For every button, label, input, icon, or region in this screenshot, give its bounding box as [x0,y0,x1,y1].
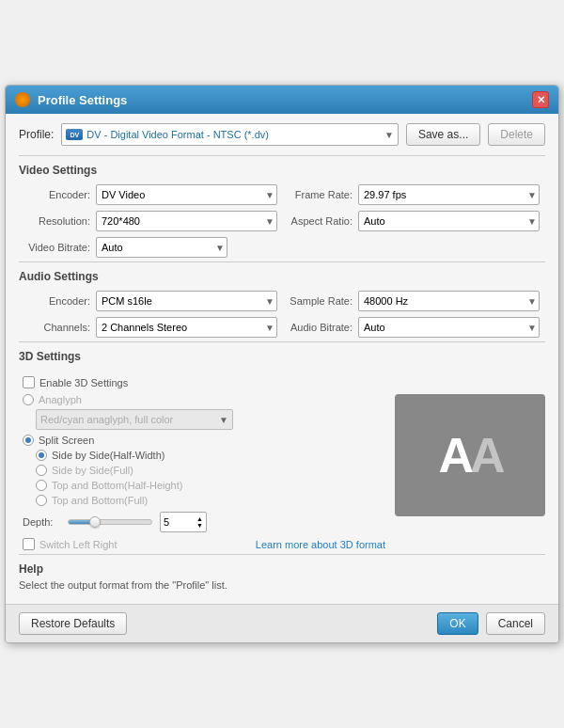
depth-slider-thumb[interactable] [89,516,101,528]
cancel-button[interactable]: Cancel [486,612,545,635]
anaglyph-label: Anaglyph [39,394,82,405]
audio-settings-section: Audio Settings Encoder: PCM s16le ▼ Samp… [19,261,545,341]
side-by-side-half-label: Side by Side(Half-Width) [52,450,164,461]
aspect-ratio-value: Auto [361,215,527,227]
anaglyph-radio[interactable] [23,394,34,405]
side-by-side-full-label: Side by Side(Full) [52,465,133,476]
video-settings-grid: Encoder: DV Video ▼ Frame Rate: 29.97 fp… [19,184,545,258]
depth-row: Depth: 5 ▲▼ [19,512,385,532]
close-button[interactable]: ✕ [532,91,549,108]
sample-rate-dropdown[interactable]: 48000 Hz ▼ [358,291,540,311]
top-bottom-half-radio[interactable] [36,480,47,491]
encoder-arrow: ▼ [265,190,274,200]
audio-bitrate-dropdown[interactable]: Auto ▼ [358,317,540,338]
top-bottom-full-radio[interactable] [36,495,47,506]
audio-bitrate-value: Auto [361,322,527,333]
bottom-right-buttons: OK Cancel [437,612,545,635]
switch-left-right-checkbox[interactable] [23,538,35,550]
audio-encoder-dropdown[interactable]: PCM s16le ▼ [96,291,277,311]
frame-rate-row: Frame Rate: 29.97 fps ▼ [287,184,540,205]
switch-left: Switch Left Right [23,538,118,550]
aspect-ratio-dropdown[interactable]: Auto ▼ [358,211,540,231]
encoder-label: Encoder: [24,189,90,200]
top-bottom-half-row: Top and Bottom(Half-Height) [19,480,385,491]
help-text: Select the output format from the "Profi… [19,579,545,591]
video-bitrate-value: Auto [99,242,215,253]
resolution-label: Resolution: [24,215,90,227]
profile-value: DV - Digital Video Format - NTSC (*.dv) [86,129,269,140]
preview-aa-text: AA [438,427,501,483]
video-settings-title: Video Settings [19,164,545,177]
video-bitrate-row: Video Bitrate: Auto ▼ [24,237,540,258]
enable-3d-row: Enable 3D Settings [19,376,545,388]
three-d-body: Anaglyph Red/cyan anaglyph, full color ▼… [19,394,545,550]
title-bar: Profile Settings ✕ [6,86,558,114]
channels-dropdown[interactable]: 2 Channels Stereo ▼ [96,317,277,338]
audio-encoder-value: PCM s16le [99,295,265,307]
profile-label: Profile: [19,128,54,141]
sample-rate-row: Sample Rate: 48000 Hz ▼ [287,291,540,311]
anaglyph-dropdown-arrow: ▼ [219,415,228,425]
frame-rate-value: 29.97 fps [361,189,527,200]
encoder-dropdown[interactable]: DV Video ▼ [96,184,277,205]
audio-bitrate-label: Audio Bitrate: [287,322,352,333]
depth-spinner-arrows: ▲▼ [196,515,203,529]
switch-left-right-label: Switch Left Right [39,539,118,550]
resolution-dropdown[interactable]: 720*480 ▼ [96,211,277,231]
frame-rate-arrow: ▼ [527,190,537,200]
top-bottom-full-row: Top and Bottom(Full) [19,495,385,506]
three-d-controls: Anaglyph Red/cyan anaglyph, full color ▼… [19,394,385,550]
split-screen-label: Split Screen [39,435,94,446]
depth-label: Depth: [23,516,60,528]
enable-3d-checkbox[interactable] [23,376,35,388]
aspect-ratio-label: Aspect Ratio: [287,215,352,227]
help-title: Help [19,562,545,576]
audio-settings-title: Audio Settings [19,270,545,283]
resolution-value: 720*480 [99,215,265,227]
video-settings-section: Video Settings Encoder: DV Video ▼ Frame… [19,155,545,261]
depth-slider[interactable] [68,519,152,525]
depth-value-input[interactable]: 5 ▲▼ [160,512,207,532]
side-by-side-half-row: Side by Side(Half-Width) [19,450,385,461]
ok-button[interactable]: OK [437,612,478,635]
app-icon [15,92,30,107]
save-as-button[interactable]: Save as... [406,123,480,146]
restore-defaults-button[interactable]: Restore Defaults [19,612,127,635]
dialog-content: Profile: DV DV - Digital Video Format - … [6,114,558,604]
profile-dropdown-arrow: ▼ [384,130,394,140]
top-bottom-half-label: Top and Bottom(Half-Height) [52,480,182,491]
side-by-side-half-radio[interactable] [36,450,47,461]
learn-more-link[interactable]: Learn more about 3D format [256,539,385,550]
top-bottom-full-label: Top and Bottom(Full) [52,495,148,506]
audio-encoder-arrow: ▼ [265,296,274,307]
aspect-ratio-arrow: ▼ [527,216,537,227]
aspect-ratio-row: Aspect Ratio: Auto ▼ [287,211,540,231]
anaglyph-row: Anaglyph [19,394,385,405]
video-bitrate-label: Video Bitrate: [24,242,90,253]
three-d-preview: AA [395,394,545,516]
video-bitrate-dropdown[interactable]: Auto ▼ [96,237,227,258]
split-screen-radio[interactable] [23,435,34,446]
three-d-header: 3D Settings [19,350,545,371]
encoder-row: Encoder: DV Video ▼ [24,184,277,205]
three-d-settings-section: 3D Settings Enable 3D Settings Anaglyph … [19,341,545,554]
side-by-side-full-row: Side by Side(Full) [19,465,385,476]
frame-rate-dropdown[interactable]: 29.97 fps ▼ [358,184,540,205]
side-by-side-full-radio[interactable] [36,465,47,476]
split-screen-row: Split Screen [19,435,385,446]
sample-rate-arrow: ▼ [527,296,537,307]
delete-button[interactable]: Delete [488,123,545,146]
resolution-arrow: ▼ [265,216,274,227]
audio-settings-grid: Encoder: PCM s16le ▼ Sample Rate: 48000 … [19,291,545,338]
profile-settings-dialog: Profile Settings ✕ Profile: DV DV - Digi… [5,85,559,643]
anaglyph-type-dropdown[interactable]: Red/cyan anaglyph, full color ▼ [36,409,233,430]
depth-number: 5 [164,516,169,528]
dialog-title: Profile Settings [38,93,525,107]
audio-encoder-label: Encoder: [24,295,90,307]
preview-aa-right: A [470,428,502,483]
encoder-value: DV Video [99,189,265,200]
video-bitrate-arrow: ▼ [215,243,225,253]
dv-icon: DV [66,129,83,140]
profile-dropdown[interactable]: DV DV - Digital Video Format - NTSC (*.d… [61,123,399,146]
frame-rate-label: Frame Rate: [287,189,352,200]
